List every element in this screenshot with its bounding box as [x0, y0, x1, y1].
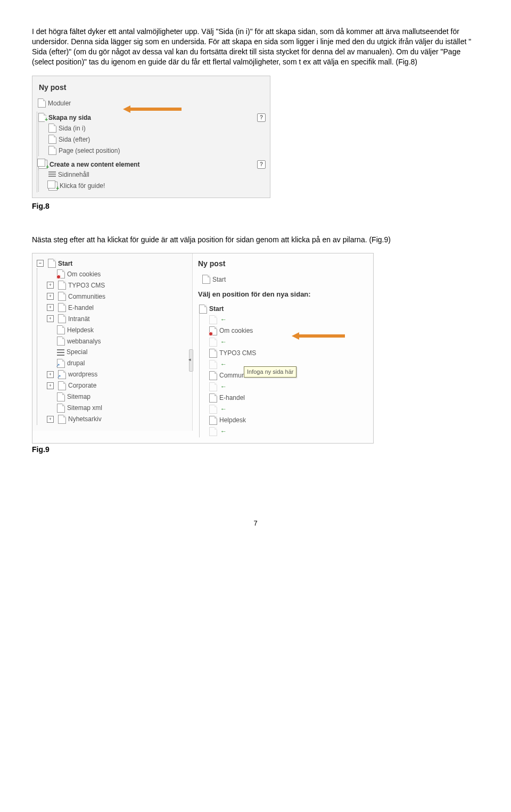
fig8-panel: Ny post Moduler Skapa ny sida ?	[32, 76, 270, 198]
page-icon	[57, 337, 65, 346]
left-tree-item[interactable]: Sitemap	[47, 392, 190, 402]
hidden-page-icon	[57, 269, 65, 278]
content-icon	[48, 171, 56, 178]
page-icon	[57, 392, 65, 401]
insert-position[interactable]: ←	[209, 382, 368, 392]
create-ce-label: Create a new content element	[50, 160, 139, 169]
right-start-label: Start	[212, 275, 226, 284]
page-icon	[58, 314, 66, 323]
sida-efter-row[interactable]: Sida (efter)	[48, 134, 266, 144]
create-content-element-row[interactable]: Create a new content element ?	[38, 159, 266, 169]
page-icon	[209, 371, 217, 380]
left-tree-item[interactable]: Special	[47, 347, 190, 357]
expand-icon[interactable]	[47, 382, 54, 389]
sida-in-i-row[interactable]: Sida (in i)	[48, 123, 266, 133]
right-tree-item-label: Helpdesk	[219, 416, 246, 424]
page-select-position-row[interactable]: Page (select position)	[48, 145, 266, 155]
page-icon	[57, 325, 65, 334]
pane-divider-handle[interactable]	[189, 349, 193, 372]
expand-icon[interactable]	[47, 282, 54, 289]
tree-spacer	[47, 349, 53, 355]
help-icon[interactable]: ?	[257, 160, 266, 169]
left-tree-item-label: Nyhetsarkiv	[68, 415, 102, 423]
tree-spacer	[47, 327, 53, 333]
expand-icon[interactable]	[47, 371, 54, 378]
klicka-guide-label: Klicka för guide!	[60, 182, 105, 190]
page-icon	[199, 305, 207, 314]
right-tree-root[interactable]: Start	[199, 304, 368, 314]
page-placeholder-icon	[209, 360, 217, 369]
left-tree-item-label: E-handel	[68, 304, 94, 312]
help-icon[interactable]: ?	[257, 113, 266, 122]
left-tree-item[interactable]: Intranät	[47, 314, 190, 324]
insert-position[interactable]: ←	[209, 337, 368, 347]
page-icon	[209, 416, 217, 425]
right-start-row[interactable]: Start	[202, 274, 368, 284]
right-tree-item[interactable]: TYPO3 CMS	[209, 348, 368, 358]
left-tree-item[interactable]: wordpress	[47, 370, 190, 380]
left-tree-item[interactable]: Nyhetsarkiv	[47, 414, 190, 424]
insert-arrow-icon: ←	[220, 315, 227, 324]
page-icon	[58, 303, 66, 312]
expand-icon[interactable]	[47, 315, 54, 322]
sidinnehall-row[interactable]: Sidinnehåll	[48, 170, 266, 179]
divider-icon	[57, 349, 64, 356]
left-tree-item-label: drupal	[67, 359, 85, 367]
left-tree-item[interactable]: Om cookies	[47, 269, 190, 279]
fig9-right-pane: Ny post Start Välj en position för den n…	[193, 253, 373, 442]
insert-position[interactable]: ←	[209, 426, 368, 437]
page-icon	[58, 381, 66, 390]
expand-icon[interactable]	[47, 293, 54, 300]
page-icon	[58, 281, 66, 290]
left-tree-item[interactable]: Corporate	[47, 381, 190, 391]
right-tree-item-label: TYPO3 CMS	[219, 349, 256, 357]
page-icon	[209, 349, 217, 358]
left-tree-item-label: Communities	[68, 292, 105, 301]
tree-spacer	[47, 405, 53, 411]
left-tree-item[interactable]: TYPO3 CMS	[47, 280, 190, 290]
left-tree-item[interactable]: Sitemap xml	[47, 403, 190, 413]
left-tree-item-label: TYPO3 CMS	[68, 281, 105, 290]
skapa-ny-sida-row[interactable]: Skapa ny sida ?	[38, 112, 266, 122]
expand-icon[interactable]	[47, 304, 54, 311]
left-tree-item[interactable]: webbanalys	[47, 336, 190, 346]
left-tree-item-label: Om cookies	[67, 270, 101, 278]
page-placeholder-icon	[209, 405, 217, 414]
sida-efter-label: Sida (efter)	[59, 135, 90, 144]
left-start-row[interactable]: Start	[37, 258, 190, 268]
page-icon	[48, 259, 56, 268]
expand-icon[interactable]	[47, 416, 54, 423]
collapse-icon[interactable]	[37, 260, 44, 267]
tree-spacer	[47, 338, 53, 344]
left-tree-item-label: Intranät	[68, 315, 90, 323]
right-tree-item[interactable]: Om cookies	[209, 326, 368, 336]
right-tree-item[interactable]: E-handel	[209, 393, 368, 403]
middle-paragraph: Nästa steg efter att ha klickat för guid…	[32, 235, 479, 245]
sidinnehall-label: Sidinnehåll	[58, 170, 89, 179]
fig9-right-title: Ny post	[198, 259, 368, 269]
page-icon	[48, 124, 56, 133]
left-tree-item[interactable]: E-handel	[47, 302, 190, 313]
insert-position[interactable]: ←	[209, 404, 368, 414]
page-select-label: Page (select position)	[59, 146, 120, 155]
page-placeholder-icon	[209, 427, 217, 436]
klicka-guide-row[interactable]: Klicka för guide!	[48, 181, 266, 191]
insert-page-tooltip: Infoga ny sida här	[244, 366, 296, 378]
insert-arrow-icon: ←	[220, 338, 227, 346]
fig9-left-tree: Start Om cookiesTYPO3 CMSCommunitiesE-ha…	[32, 253, 193, 430]
shortcut-page-icon	[58, 370, 66, 379]
left-tree-item[interactable]: drupal	[47, 358, 190, 368]
moduler-label: Moduler	[48, 99, 71, 108]
moduler-row[interactable]: Moduler	[38, 98, 266, 108]
page-icon	[48, 135, 56, 144]
left-tree-item[interactable]: Communities	[47, 291, 190, 301]
page-icon	[38, 99, 46, 108]
right-tree-item[interactable]: Helpdesk	[209, 415, 368, 425]
fig8-title: Ny post	[39, 83, 266, 93]
insert-position[interactable]: ←	[209, 315, 368, 325]
page-icon	[57, 404, 65, 413]
page-placeholder-icon	[209, 315, 217, 324]
left-tree-item-label: Sitemap	[67, 392, 90, 401]
hidden-page-icon	[209, 326, 217, 335]
left-tree-item[interactable]: Helpdesk	[47, 325, 190, 335]
